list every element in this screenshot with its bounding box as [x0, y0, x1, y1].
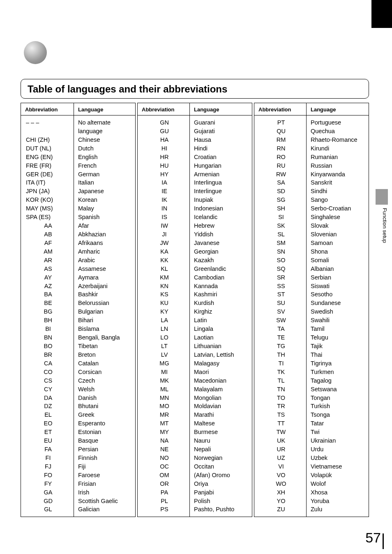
table-row: RURussian	[254, 161, 369, 170]
table-row: TGTajik	[254, 342, 369, 351]
table-cell-abbr: AA	[21, 222, 74, 230]
table-cell-abbr: TW	[254, 428, 307, 436]
table-cell-lang: Marathi	[190, 411, 252, 419]
table-cell-abbr: SN	[254, 247, 307, 256]
table-row: SLSlovenian	[254, 230, 369, 239]
table-cell-abbr: ML	[138, 385, 190, 393]
table-row: JIYiddish	[138, 230, 252, 239]
table-row: WOWolof	[254, 480, 369, 488]
table-cell-abbr: GA	[21, 488, 74, 496]
table-row: TKTurkmen	[254, 368, 369, 376]
table-row: FOFaroese	[21, 471, 136, 480]
table-row: HUHungarian	[138, 161, 252, 170]
table-row: TLTagalog	[254, 376, 369, 385]
table-cell-lang: English	[74, 153, 136, 162]
th-lang: Language	[74, 103, 136, 115]
table-cell-abbr: LT	[138, 342, 190, 351]
table-cell-abbr: MO	[138, 402, 190, 411]
table-row: BRBreton	[21, 351, 136, 359]
table-cell-lang: Slovenian	[307, 230, 369, 239]
table-cell-lang: Kirundi	[307, 144, 369, 153]
table-cell-abbr: PT	[254, 115, 307, 127]
lang-table-1: Abbreviation Language – – –No alternatel…	[21, 103, 136, 517]
table-row: KNKannada	[138, 282, 252, 290]
table-cell-abbr: AY	[21, 273, 74, 282]
table-cell-abbr: BR	[21, 351, 74, 359]
table-row: LVLatvian, Lettish	[138, 351, 252, 359]
table-cell-lang: Bengali, Bangla	[74, 333, 136, 342]
table-cell-abbr: MN	[138, 393, 190, 402]
table-cell-abbr: UK	[254, 436, 307, 445]
table-cell-abbr: MI	[138, 368, 190, 376]
table-row: EOEsperanto	[21, 419, 136, 428]
table-cell-lang: Xhosa	[307, 488, 369, 496]
table-cell-abbr: IN	[138, 204, 190, 213]
table-row: FAPersian	[21, 445, 136, 454]
table-cell-abbr: IK	[138, 196, 190, 204]
table-cell-abbr: JPN (JA)	[21, 187, 74, 196]
table-row: SRSerbian	[254, 273, 369, 282]
table-row: DZBhutani	[21, 402, 136, 411]
table-cell-lang: Inupiak	[190, 196, 252, 204]
table-row: ELGreek	[21, 411, 136, 419]
table-cell-lang: Azerbaijani	[74, 282, 136, 290]
table-cell-lang: Latin	[190, 316, 252, 325]
table-cell-lang: Guarani	[190, 115, 252, 127]
table-cell-abbr: HR	[138, 153, 190, 162]
table-cell-lang: Abkhazian	[74, 230, 136, 239]
table-row: SMSamoan	[254, 239, 369, 247]
table-cell-lang: Lingala	[190, 325, 252, 333]
table-cell-lang: Danish	[74, 393, 136, 402]
table-cell-abbr: TI	[254, 359, 307, 368]
table-row: KMCambodian	[138, 273, 252, 282]
table-cell-lang: Setswana	[307, 385, 369, 393]
table-cell-abbr: AF	[21, 239, 74, 247]
table-cell-abbr	[21, 127, 74, 136]
table-cell-lang: Kannada	[190, 282, 252, 290]
table-cell-lang: Dutch	[74, 144, 136, 153]
table-row: GLGalician	[21, 505, 136, 517]
table-row: FRE (FR)French	[21, 161, 136, 170]
table-row: ZUZulu	[254, 505, 369, 517]
table-cell-abbr: SS	[254, 282, 307, 290]
table-cell-lang: Turkmen	[307, 368, 369, 376]
table-row: TITigrinya	[254, 359, 369, 368]
table-cell-abbr: HI	[138, 144, 190, 153]
title-box: Table of languages and their abbreviatio…	[21, 79, 369, 99]
table-cell-abbr: CO	[21, 368, 74, 376]
table-row: XHXhosa	[254, 488, 369, 496]
table-cell-abbr: SO	[254, 256, 307, 265]
table-cell-lang: Tongan	[307, 393, 369, 402]
table-row: FIFinnish	[21, 454, 136, 462]
table-cell-abbr: WO	[254, 480, 307, 488]
table-cell-lang: Amharic	[74, 247, 136, 256]
table-cell-lang: Zulu	[307, 505, 369, 517]
table-cell-abbr: BG	[21, 307, 74, 316]
table-row: MKMacedonian	[138, 376, 252, 385]
table-cell-lang: Spanish	[74, 213, 136, 222]
table-cell-abbr: SW	[254, 316, 307, 325]
lang-table-3: Abbreviation Language PTPortugueseQUQuec…	[254, 103, 369, 517]
table-cell-lang: Kurdish	[190, 299, 252, 307]
table-row: BEBelorussian	[21, 299, 136, 307]
table-cell-abbr: SK	[254, 222, 307, 230]
table-cell-lang: Malagasy	[190, 359, 252, 368]
table-cell-abbr: ENG (EN)	[21, 153, 74, 162]
table-cell-abbr: KL	[138, 264, 190, 273]
table-cell-abbr: KU	[138, 299, 190, 307]
table-cell-abbr: UR	[254, 445, 307, 454]
table-cell-abbr: KY	[138, 307, 190, 316]
table-cell-abbr: NO	[138, 454, 190, 462]
table-cell-abbr: GU	[138, 127, 190, 136]
table-row: RMRhaeto-Romance	[254, 136, 369, 144]
table-row: IKInupiak	[138, 196, 252, 204]
table-row: CSCzech	[21, 376, 136, 385]
table-row: ETEstonian	[21, 428, 136, 436]
table-cell-lang: Mongolian	[190, 393, 252, 402]
table-cell-abbr: ZU	[254, 505, 307, 517]
table-row: YOYoruba	[254, 496, 369, 505]
table-cell-abbr: TE	[254, 333, 307, 342]
table-row: KOR (KO)Korean	[21, 196, 136, 204]
table-cell-lang: Macedonian	[190, 376, 252, 385]
table-cell-lang: Japanese	[74, 187, 136, 196]
